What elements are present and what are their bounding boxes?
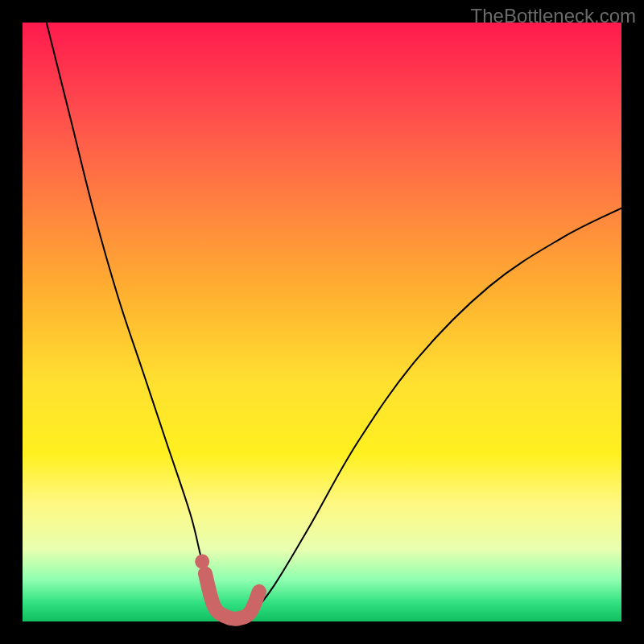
chart-frame: TheBottleneck.com <box>0 0 644 644</box>
optimal-range-dot <box>195 555 209 569</box>
curve-svg <box>23 23 621 621</box>
plot-area <box>23 23 621 621</box>
bottleneck-curve <box>47 23 621 621</box>
optimal-range-marker <box>205 573 259 618</box>
